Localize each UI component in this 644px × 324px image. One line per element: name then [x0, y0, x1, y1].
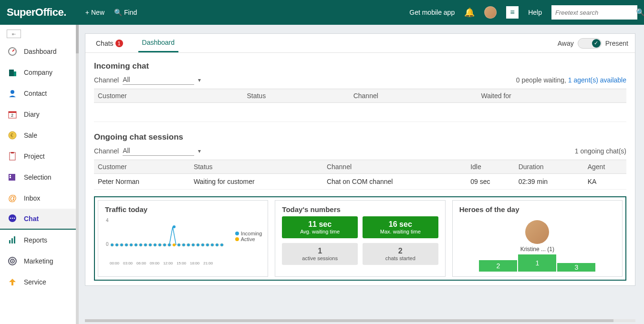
search-box[interactable]: 🔍	[551, 5, 637, 20]
sidebar-item-project[interactable]: Project	[0, 146, 76, 167]
incoming-table: Customer Status Channel Waited for	[94, 89, 626, 122]
legend-label: Active	[241, 236, 255, 242]
empty-row	[94, 103, 626, 122]
ongoing-count: 1 ongoing chat(s)	[575, 147, 626, 155]
chats-badge: 1	[115, 40, 123, 47]
svg-rect-14	[10, 177, 11, 178]
col-customer: Customer	[94, 89, 243, 103]
podium-2: 2	[479, 260, 517, 272]
find-button[interactable]: 🔍Find	[114, 9, 137, 16]
chevron-down-icon[interactable]: ▾	[198, 77, 201, 83]
sidebar-item-sale[interactable]: €Sale	[0, 125, 76, 146]
cell-customer: Peter Norman	[94, 174, 190, 190]
sidebar-item-inbox[interactable]: @Inbox	[0, 188, 76, 209]
mobile-app-link[interactable]: Get mobile app	[409, 9, 455, 16]
metric-max-wait: 16 secMax. waiting time	[363, 216, 438, 238]
contact-icon	[8, 89, 17, 98]
col-status: Status	[190, 160, 323, 174]
svg-point-44	[144, 243, 147, 246]
project-icon	[8, 152, 17, 161]
agents-available-link[interactable]: 1 agent(s) available	[568, 76, 626, 84]
svg-rect-22	[14, 236, 15, 243]
svg-point-55	[173, 243, 176, 246]
svg-line-1	[12, 50, 14, 51]
sidebar-item-label: Service	[24, 278, 46, 286]
col-channel: Channel	[350, 89, 478, 103]
sidebar-item-label: Dashboard	[24, 48, 57, 55]
podium: 2 1 3	[479, 254, 595, 272]
svg-point-34	[120, 243, 123, 246]
svg-point-66	[197, 243, 199, 246]
svg-point-64	[192, 243, 195, 246]
svg-rect-11	[11, 152, 14, 153]
tab-chats[interactable]: Chats1	[92, 34, 127, 52]
sidebar-item-service[interactable]: Service	[0, 272, 76, 293]
tab-dashboard[interactable]: Dashboard	[138, 34, 179, 52]
ongoing-channel-select[interactable]: All	[123, 146, 194, 156]
svg-rect-21	[11, 238, 13, 243]
traffic-chart-svg: 4 0	[105, 216, 229, 259]
app-logo: SuperOffice.	[7, 6, 66, 19]
svg-text:0: 0	[106, 242, 109, 247]
sidebar-item-reports[interactable]: Reports	[0, 230, 76, 251]
svg-point-25	[12, 261, 13, 262]
svg-text:4: 4	[106, 218, 109, 223]
podium-1: 1	[518, 254, 556, 272]
search-input[interactable]	[555, 9, 636, 16]
svg-point-48	[154, 243, 156, 246]
user-avatar[interactable]	[484, 6, 497, 19]
table-row[interactable]: Peter Norman Waiting for customer Chat o…	[94, 174, 626, 190]
svg-point-46	[149, 243, 152, 246]
svg-point-40	[135, 243, 137, 246]
search-icon: 🔍	[114, 9, 122, 16]
sidebar-item-label: Inbox	[24, 194, 40, 202]
sidebar-item-label: Selection	[24, 173, 52, 181]
svg-point-18	[12, 218, 13, 219]
collapse-sidebar-button[interactable]: ⇤	[7, 30, 21, 38]
channel-label: Channel	[94, 147, 119, 155]
sidebar-item-label: Project	[24, 152, 45, 160]
card-traffic: Traffic today 4 0 Incoming	[98, 200, 268, 277]
sidebar-item-dashboard[interactable]: Dashboard	[0, 41, 76, 62]
svg-point-58	[177, 243, 180, 246]
svg-rect-10	[10, 152, 15, 160]
presence-switch[interactable]: ✓	[578, 38, 602, 49]
svg-rect-3	[14, 71, 16, 76]
incoming-channel-row: Channel All ▾ 0 people waiting, 1 agent(…	[94, 75, 626, 85]
search-submit-icon[interactable]: 🔍	[636, 8, 644, 17]
svg-point-30	[111, 243, 114, 246]
help-link[interactable]: Help	[528, 9, 542, 16]
col-idle: Idle	[467, 160, 514, 174]
new-button[interactable]: +New	[85, 9, 104, 16]
col-customer: Customer	[94, 160, 190, 174]
cell-status: Waiting for customer	[190, 174, 323, 190]
sidebar-item-label: Contact	[24, 90, 47, 97]
present-label: Present	[605, 40, 628, 47]
svg-rect-2	[9, 70, 14, 76]
incoming-title: Incoming chat	[94, 61, 626, 71]
svg-point-68	[201, 243, 204, 246]
svg-point-42	[139, 243, 142, 246]
menu-button[interactable]: ≡	[506, 6, 519, 19]
podium-3: 3	[557, 263, 595, 272]
tab-label: Chats	[96, 40, 114, 47]
sidebar-item-label: Company	[24, 69, 52, 76]
bell-icon[interactable]: 🔔	[464, 7, 475, 18]
card-heroes: Heroes of the day Kristine ... (1) 2 1 3	[452, 200, 623, 277]
svg-point-52	[163, 243, 166, 246]
sidebar-item-contact[interactable]: Contact	[0, 83, 76, 104]
svg-point-62	[187, 243, 190, 246]
chevron-down-icon[interactable]: ▾	[198, 148, 201, 154]
incoming-channel-select[interactable]: All	[123, 75, 194, 85]
inbox-icon: @	[8, 193, 17, 203]
svg-text:2: 2	[11, 113, 13, 118]
sidebar-item-chat[interactable]: Chat	[0, 209, 76, 230]
sidebar-item-diary[interactable]: 2Diary	[0, 104, 76, 125]
find-label: Find	[124, 9, 137, 16]
col-channel: Channel	[323, 160, 467, 174]
sidebar-item-company[interactable]: Company	[0, 62, 76, 83]
ongoing-title: Ongoing chat sessions	[94, 132, 626, 142]
sidebar-item-marketing[interactable]: Marketing	[0, 251, 76, 272]
horizontal-scrollbar[interactable]	[85, 319, 635, 322]
sidebar-item-selection[interactable]: Selection	[0, 167, 76, 188]
